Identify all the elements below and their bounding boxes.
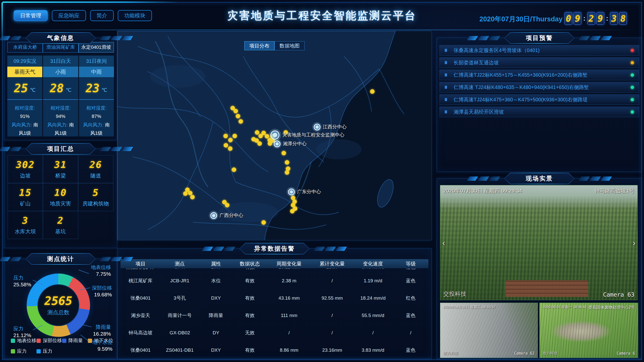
marker-core	[275, 142, 279, 146]
summary-cell-基坑: 2基坑	[43, 211, 78, 239]
digital-clock: 09:29:38	[565, 12, 627, 25]
wind-line: 风向风力: 南风1级	[82, 121, 111, 138]
alarm-cell: 有效	[233, 295, 267, 301]
project-location-dot[interactable]	[225, 203, 229, 207]
project-location-dot[interactable]	[261, 220, 266, 225]
panel-title-frame: 项目预警	[504, 32, 575, 44]
monitoring-center-marker[interactable]: 湘潭分中心	[272, 139, 282, 149]
clock-digit: 0	[565, 12, 572, 25]
thumbnail-camera-view[interactable]: 2020年06月02日 星期二 06:55:57 致力科技 Camera 62	[440, 303, 538, 358]
callout-name: 地表位移	[91, 264, 111, 270]
next-camera-arrow-icon[interactable]: ›	[633, 238, 635, 248]
alarm-cell: 红色	[393, 295, 428, 301]
summary-label: 水库大坝	[15, 228, 36, 235]
alarm-table-row[interactable]: 桃江尾矿库JCB-JR1水位有效2.38 m/1.19 m/d蓝色	[120, 272, 428, 289]
warning-level-dot-green	[631, 86, 634, 89]
project-location-dot[interactable]	[238, 119, 243, 124]
project-location-dot[interactable]	[232, 134, 237, 138]
summary-cell-桥梁: 31桥梁	[43, 155, 78, 183]
prev-camera-arrow-icon[interactable]: ‹	[442, 238, 445, 248]
marker-outer-ring	[287, 187, 296, 197]
abnormal-data-alarm-panel: 异常数据告警 项目测点属性数据状态周期变化量累计变化量变化速度等级 滑油洞尾矿库…	[117, 248, 432, 359]
video-camera-id: Camera 6	[617, 351, 635, 356]
project-location-dot[interactable]	[290, 209, 295, 213]
project-location-dot[interactable]	[183, 191, 188, 196]
alarm-cell: 湘乡壶天	[120, 312, 160, 319]
map-view-tabs: 项目分布数据地图	[244, 41, 305, 50]
warning-list-item[interactable]: 仁博高速 TJ24标K480+635～K480+940(K941+650)右侧路…	[439, 82, 639, 93]
callout-name: 压力	[13, 275, 31, 281]
warning-list-item[interactable]: 仁博高速TJ24标K475+360～K475+500(K936+300)右侧路堤	[439, 94, 639, 105]
summary-cell-矿山: 15矿山	[8, 183, 43, 211]
warning-list-item[interactable]: 湘潭县天易经开区滑坡	[439, 107, 639, 117]
summary-value: 3	[22, 215, 28, 226]
project-location-dot[interactable]	[255, 130, 259, 135]
alarm-cell: GX-DB02	[160, 330, 199, 336]
project-location-dot[interactable]	[224, 143, 228, 148]
weather-details: 相对湿度: 94%风向风力: 南风1级	[43, 99, 78, 137]
humidity-value: 87%	[92, 114, 101, 119]
monitoring-center-marker[interactable]: 江西分中心	[312, 122, 322, 132]
project-location-dot[interactable]	[236, 114, 240, 118]
warning-text: 湘潭县天易经开区滑坡	[454, 109, 631, 115]
thumbnail-camera-view[interactable]: 2020-06-01 星期一 18:36:41 娄底固体废物处理中心2号 致力科…	[539, 303, 638, 358]
banner-deco-left	[467, 176, 500, 181]
clock-digit: 3	[610, 12, 618, 25]
project-location-dot[interactable]	[228, 146, 232, 151]
clock-digit-value: 8	[620, 13, 626, 24]
project-location-dot[interactable]	[223, 134, 228, 138]
alarm-cell: /	[311, 278, 353, 284]
temperature-unit: ℃	[30, 87, 35, 93]
weather-time: 09:29实况	[7, 56, 42, 67]
marker-ring	[314, 124, 320, 130]
summary-label: 基坑	[55, 228, 66, 235]
monitoring-center-marker[interactable]: 广东分中心	[287, 187, 296, 197]
panel-title-frame: 现场实景	[504, 173, 575, 184]
marker-outer-ring	[209, 211, 218, 220]
project-location-dot[interactable]	[285, 170, 289, 175]
panel-title: 项目汇总	[26, 144, 95, 154]
map-tab-数据地图[interactable]: 数据地图	[274, 41, 305, 50]
warning-list-item[interactable]: 仁博高速TJ22标K455+175～K455+360(K916+200)右侧路堑	[439, 70, 639, 80]
temperature-value: 25	[14, 81, 28, 95]
project-location-dot[interactable]	[232, 167, 236, 172]
project-location-dot[interactable]	[230, 106, 235, 110]
summary-cell-empty	[78, 211, 113, 239]
alarm-cell: 8.86 mm	[267, 347, 311, 353]
alarm-table-row[interactable]: 滑油洞尾矿库5#-HDXY有效10.12 mm15.975.46 mm/d橙色	[120, 268, 428, 272]
project-location-dot[interactable]	[190, 195, 195, 199]
humidity-label: 相对湿度:	[86, 105, 107, 111]
project-location-dot[interactable]	[251, 137, 256, 142]
alarm-table-row[interactable]: 湘乡壶天雨量计一号降雨量有效111 mm/55.5 mm/d蓝色	[120, 307, 428, 324]
alarm-table-header: 项目测点属性数据状态周期变化量累计变化量变化速度等级	[120, 259, 428, 268]
project-location-dot[interactable]	[228, 138, 233, 142]
video-watermark: 致力科技	[543, 351, 558, 356]
humidity-line: 相对湿度: 94%	[46, 104, 75, 121]
point-stats-panel: 测点统计 2565 测点总数 地表位移7.75%深部位移19.68%降雨量16.…	[4, 259, 117, 359]
summary-value: 26	[90, 159, 102, 170]
alarm-table-row[interactable]: 张桑0401ZS0401-DB1DXY有效8.86 mm23.16mm3.83 …	[120, 341, 428, 358]
summary-panel-header: 项目汇总	[4, 143, 117, 155]
project-location-dot[interactable]	[257, 141, 262, 146]
warning-list-item[interactable]: 长韶娄道林互通边坡	[439, 57, 639, 68]
video-watermark: 交投科技	[443, 290, 466, 298]
alarm-cell: 1.19 m/d	[353, 278, 393, 284]
warning-list-item[interactable]: 张桑高速永定服务区4号滑坡体（0401)	[439, 45, 639, 56]
legend-swatch	[36, 339, 41, 343]
legend-label: 压力	[43, 348, 52, 354]
alarm-table-row[interactable]: 钟马高边坡GX-DB02DY无效////	[120, 324, 428, 341]
clock-colon: :	[606, 14, 608, 22]
weather-temperature: 28℃	[43, 77, 78, 99]
callout-percent: 19.68%	[92, 291, 112, 298]
wind-label: 风向风力:	[12, 122, 33, 127]
main-camera-view[interactable]: 2020年07月30日 星期四 09:29:34 钟马路高边坡1号 交投科技 C…	[440, 185, 638, 300]
project-location-dot[interactable]	[370, 89, 375, 94]
monitoring-center-marker[interactable]: 广西分中心	[209, 211, 218, 220]
map-tab-项目分布[interactable]: 项目分布	[244, 41, 274, 50]
project-location-dot[interactable]	[281, 151, 286, 155]
alarm-table-row[interactable]: 张桑04013号孔DXY有效43.16 mm92.55 mm18.24 mm/d…	[120, 289, 428, 307]
project-location-dot[interactable]	[285, 160, 289, 165]
legend-swatch	[36, 349, 41, 353]
callout-name: 应力	[13, 325, 31, 332]
marker-core	[315, 125, 319, 129]
